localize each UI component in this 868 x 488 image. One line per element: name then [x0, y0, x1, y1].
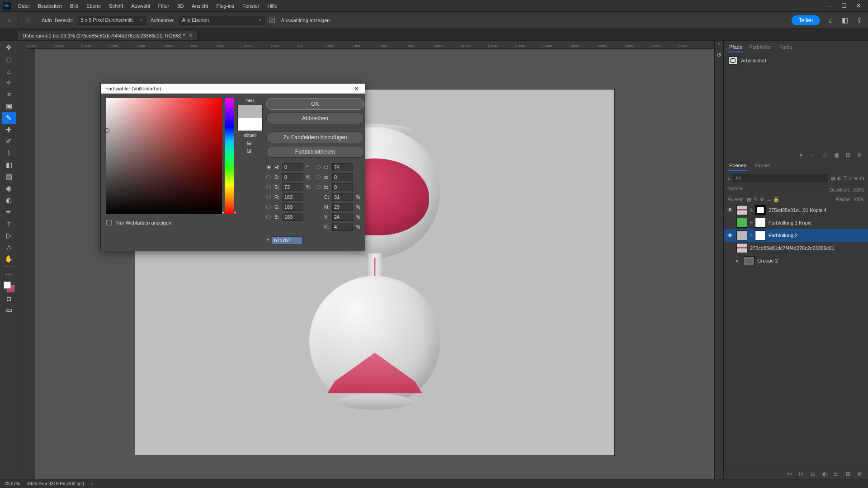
- ruler-vertical[interactable]: [27, 49, 35, 479]
- lock-pos-icon[interactable]: ✥: [760, 197, 764, 202]
- layer-thumb[interactable]: [736, 230, 747, 240]
- search-icon[interactable]: ⌕: [826, 16, 835, 24]
- path-item[interactable]: Arbeitspfad: [728, 55, 863, 66]
- fill-path-icon[interactable]: ●: [797, 152, 805, 158]
- websafe-warning-icon[interactable]: ◪: [247, 148, 253, 154]
- hue-slider-handle[interactable]: [222, 210, 236, 215]
- menu-auswahl[interactable]: Auswahl: [127, 1, 154, 10]
- c-input[interactable]: [332, 193, 353, 201]
- tab-farbfelder[interactable]: Farbfelder: [749, 43, 773, 52]
- lab-b-input[interactable]: [332, 183, 353, 191]
- r-input[interactable]: [283, 193, 303, 201]
- fill-value[interactable]: 100%: [853, 197, 864, 202]
- hand-tool-icon[interactable]: ✋: [2, 253, 16, 265]
- tab-farbe[interactable]: Farbe: [778, 43, 793, 52]
- blur-tool-icon[interactable]: ◉: [2, 183, 16, 194]
- eyedropper-tool-icon[interactable]: ✎: [2, 112, 16, 124]
- stroke-path-icon[interactable]: ○: [809, 152, 816, 158]
- m-input[interactable]: [332, 203, 353, 211]
- dodge-tool-icon[interactable]: ◐: [2, 194, 16, 206]
- export-icon[interactable]: ⇪: [855, 16, 863, 24]
- more-tools-icon[interactable]: ⋯: [2, 268, 16, 280]
- sample-size-select[interactable]: 5 x 5 Pixel Durchschnitt: [78, 16, 146, 25]
- workspace-icon[interactable]: ◧: [841, 16, 849, 24]
- layer-thumb[interactable]: [736, 218, 747, 228]
- menu-datei[interactable]: Datei: [14, 1, 33, 10]
- y-input[interactable]: [332, 213, 353, 221]
- quickmask-icon[interactable]: ◘: [2, 292, 16, 304]
- group-expand-icon[interactable]: ▸: [736, 258, 741, 263]
- bch-input[interactable]: [283, 213, 303, 221]
- shape-tool-icon[interactable]: △: [2, 241, 16, 253]
- radio-a[interactable]: [316, 175, 321, 179]
- zoom-level[interactable]: 23,07%: [5, 481, 20, 486]
- lock-all-icon[interactable]: 🔒: [773, 197, 779, 202]
- add-to-swatches-button[interactable]: Zu Farbfeldern hinzufügen: [266, 131, 364, 143]
- new-path-icon[interactable]: ⊞: [844, 152, 852, 158]
- a-input[interactable]: [332, 173, 353, 181]
- layer-item[interactable]: ⎘ Farbfüllung 1 Kopie: [724, 216, 868, 229]
- filter-toggle-icon[interactable]: ⏻: [859, 175, 864, 181]
- crop-tool-icon[interactable]: ⌗: [2, 89, 16, 100]
- radio-g[interactable]: [266, 205, 271, 209]
- fx-icon[interactable]: fx: [797, 471, 805, 477]
- hue-slider[interactable]: [225, 98, 234, 214]
- filter-shape-icon[interactable]: ▱: [849, 175, 852, 181]
- close-button[interactable]: ✕: [855, 3, 862, 9]
- expand-dock-icon[interactable]: «: [715, 41, 723, 47]
- web-only-checkbox[interactable]: [106, 220, 112, 225]
- home-icon[interactable]: ⌂: [5, 16, 14, 25]
- ruler-horizontal[interactable]: 2000180016001400120010008006004002000200…: [27, 41, 714, 49]
- delete-path-icon[interactable]: 🗑: [856, 152, 863, 158]
- visibility-toggle[interactable]: 👁: [727, 207, 734, 213]
- menu-filter[interactable]: Filter: [155, 1, 173, 10]
- menu-hilfe[interactable]: Hilfe: [264, 1, 281, 10]
- s-input[interactable]: [283, 173, 303, 181]
- move-tool-icon[interactable]: ✥: [2, 42, 16, 53]
- radio-r[interactable]: [266, 195, 271, 199]
- layer-mask-thumb[interactable]: [755, 230, 766, 240]
- tab-pfade[interactable]: Pfade: [728, 43, 743, 52]
- show-ring-checkbox[interactable]: ✓: [269, 18, 275, 23]
- opacity-value[interactable]: 100%: [853, 188, 864, 192]
- radio-s[interactable]: [266, 175, 271, 179]
- selection-path-icon[interactable]: ◇: [821, 152, 828, 158]
- type-tool-icon[interactable]: T: [2, 218, 16, 230]
- tab-ebenen[interactable]: Ebenen: [728, 162, 747, 171]
- eyedropper-tool-icon[interactable]: 𓃑: [23, 16, 32, 25]
- radio-h[interactable]: [266, 165, 271, 169]
- group-icon[interactable]: 🗀: [833, 471, 840, 477]
- lasso-tool-icon[interactable]: ⟀: [2, 65, 16, 77]
- layer-mask-thumb[interactable]: [755, 218, 766, 228]
- minimize-button[interactable]: —: [826, 3, 833, 9]
- frame-tool-icon[interactable]: ▣: [2, 100, 16, 112]
- pen-tool-icon[interactable]: ✒: [2, 206, 16, 218]
- delete-layer-icon[interactable]: 🗑: [856, 471, 863, 477]
- color-swatches[interactable]: [4, 282, 14, 292]
- saturation-brightness-field[interactable]: [106, 98, 222, 214]
- gradient-tool-icon[interactable]: ▤: [2, 171, 16, 183]
- l-input[interactable]: [332, 163, 353, 171]
- layer-item[interactable]: 👁 ⎘ Farbfüllung 2: [724, 229, 868, 242]
- menu-plugins[interactable]: Plug-ins: [212, 1, 238, 10]
- ok-button[interactable]: OK: [266, 98, 364, 110]
- stamp-tool-icon[interactable]: ⌇: [2, 147, 16, 159]
- visibility-toggle[interactable]: 👁: [727, 232, 734, 239]
- maximize-button[interactable]: ☐: [841, 3, 847, 9]
- marquee-tool-icon[interactable]: ◌: [2, 53, 16, 65]
- history-panel-icon[interactable]: ↺: [715, 48, 723, 61]
- color-libraries-button[interactable]: Farbbibliotheken: [266, 146, 364, 158]
- link-layers-icon[interactable]: ⚯: [786, 471, 793, 477]
- close-tab-icon[interactable]: ✕: [189, 33, 193, 38]
- filter-pixel-icon[interactable]: ▦: [831, 175, 835, 181]
- document-info[interactable]: 4936 Px x 3319 Px (300 ppi): [27, 481, 84, 486]
- g-input[interactable]: [283, 203, 303, 211]
- menu-bild[interactable]: Bild: [66, 1, 82, 10]
- radio-l[interactable]: [316, 165, 321, 169]
- menu-schrift[interactable]: Schrift: [105, 1, 127, 10]
- lock-nest-icon[interactable]: ▭: [766, 197, 771, 202]
- wand-tool-icon[interactable]: ✧: [2, 77, 16, 89]
- layer-item[interactable]: 275cd85e81dc7f4f4d276c2c23386c01: [724, 242, 868, 254]
- new-layer-icon[interactable]: ⊞: [844, 471, 852, 477]
- lock-pixel-icon[interactable]: ✎: [754, 197, 758, 202]
